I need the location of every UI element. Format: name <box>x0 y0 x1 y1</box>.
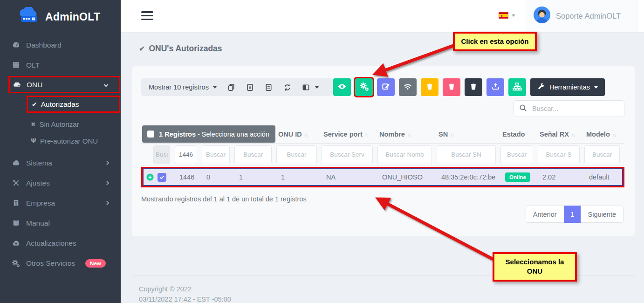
filter-input-id[interactable] <box>175 145 197 164</box>
eye-icon <box>337 82 347 93</box>
cell-sn: 48:35:2e:0c:72:be <box>439 173 503 181</box>
sitemap-icon <box>513 82 522 93</box>
filter-input-estado[interactable] <box>500 145 533 164</box>
selected-count: 1 Registros <box>159 131 196 138</box>
table-search <box>514 100 624 117</box>
sidebar-item-label: Manual <box>26 219 50 227</box>
annotation-note-click-option: Click en esta opción <box>453 32 537 51</box>
cell-senal-rx: 2.02 <box>540 173 587 181</box>
x-icon: ✖ <box>31 121 35 128</box>
table-header-row: ONU ID↑↓ Service port↑↓ Nombre↑↓ SN↑↓ Es… <box>141 125 624 144</box>
chevron-down-icon <box>594 86 598 89</box>
building-icon <box>12 199 20 207</box>
bulk-action-label: - Selecciona una acción <box>198 131 269 138</box>
status-badge: Online <box>505 172 530 182</box>
sort-icon: ↑↓ <box>571 132 575 138</box>
search-input[interactable] <box>531 104 619 113</box>
chevron-down-icon <box>104 83 109 87</box>
sidebar-item-onu[interactable]: ONU <box>8 76 120 93</box>
chevron-down-icon <box>512 14 515 17</box>
filter-input[interactable] <box>234 145 272 164</box>
sidebar-item-pre-autorizar[interactable]: Ψ Pre-autorizar ONU <box>0 132 121 149</box>
expand-row-icon[interactable] <box>146 173 156 181</box>
filter-input-select <box>153 145 170 164</box>
column-header-estado[interactable]: Estado <box>500 131 538 138</box>
sidebar-item-empresa[interactable]: Empresa <box>0 193 121 213</box>
filter-input-nombre[interactable] <box>377 145 432 164</box>
delete-danger-button[interactable] <box>443 78 460 96</box>
filter-input-sn[interactable] <box>437 145 496 164</box>
sort-icon: ↑↓ <box>304 132 308 138</box>
sidebar-item-manual[interactable]: Manual <box>0 213 121 233</box>
pagination-page-1[interactable]: 1 <box>564 206 581 223</box>
pagination-next[interactable]: Siguiente <box>581 206 623 223</box>
column-header-sn[interactable]: SN↑↓ <box>437 131 500 138</box>
sidebar-item-label: Actualizaciones <box>26 239 76 248</box>
page-title: ✔ ONU's Autorizadas <box>139 44 222 54</box>
view-button[interactable] <box>333 78 351 96</box>
chevron-right-icon <box>105 181 110 186</box>
user-menu[interactable]: Soporte AdminOLT <box>526 0 637 32</box>
sidebar-item-olt[interactable]: OLT <box>0 55 121 75</box>
check-icon: ✔ <box>32 101 37 108</box>
menu-toggle-button[interactable] <box>141 11 153 22</box>
sidebar-item-label: Sistema <box>26 159 52 167</box>
filter-input-onu-id[interactable] <box>276 145 317 164</box>
column-header-modelo[interactable]: Modelo↑↓ <box>584 131 624 138</box>
configure-button[interactable] <box>355 78 373 96</box>
sidebar-item-sistema[interactable]: Sistema <box>0 153 121 173</box>
column-visibility-button[interactable] <box>302 83 319 91</box>
network-button[interactable] <box>508 78 526 96</box>
sort-icon: ↑↓ <box>407 132 411 138</box>
trash-icon <box>447 83 456 92</box>
filter-input-modelo[interactable] <box>584 145 620 164</box>
sidebar-item-dashboard[interactable]: Dashboard <box>0 35 121 55</box>
sidebar-item-autorizadas[interactable]: ✔ Autorizadas <box>27 96 120 113</box>
column-header-onu-id[interactable]: ONU ID↑↓ <box>276 131 322 138</box>
row-checkbox[interactable] <box>158 173 166 182</box>
edit-button[interactable] <box>377 78 395 96</box>
sort-icon: ↑↓ <box>612 132 616 138</box>
filter-input-service-port[interactable] <box>322 145 373 164</box>
sort-icon: ↑↓ <box>365 132 369 138</box>
sidebar-item-label: Dashboard <box>26 41 62 49</box>
pagination-prev[interactable]: Anterior <box>526 206 564 223</box>
refresh-button[interactable] <box>283 83 291 91</box>
wifi-button[interactable] <box>399 78 417 96</box>
upload-button[interactable] <box>486 78 504 96</box>
app-logo[interactable]: AdminOLT <box>0 0 121 31</box>
sidebar-item-ajustes[interactable]: Ajustes <box>0 173 121 193</box>
check-icon: ✔ <box>139 44 145 53</box>
language-selector[interactable] <box>499 12 515 19</box>
sidebar-item-actualizaciones[interactable]: Actualizaciones <box>0 233 121 253</box>
wrench-icon <box>537 83 545 92</box>
column-header-nombre[interactable]: Nombre↑↓ <box>377 131 437 138</box>
onu-icon <box>13 81 21 89</box>
sidebar-item-label: OLT <box>26 61 40 69</box>
action-buttons: Herramientas <box>333 78 605 96</box>
delete-warning-button[interactable] <box>421 78 438 96</box>
table-filter-row <box>141 144 624 166</box>
column-header-service-port[interactable]: Service port↑↓ <box>322 131 377 138</box>
file-export-button[interactable] <box>265 83 273 91</box>
filter-input-senal[interactable] <box>538 145 580 164</box>
page-length-select[interactable]: Mostrar 10 registros <box>149 83 217 91</box>
sidebar-item-otros-servicios[interactable]: Otros Servicios New <box>0 253 121 273</box>
herramientas-dropdown[interactable]: Herramientas <box>530 78 605 96</box>
column-header-senal-rx[interactable]: Señal RX↑↓ <box>538 131 584 138</box>
cell-estado: Online <box>503 172 540 182</box>
excel-export-button[interactable] <box>246 83 254 91</box>
sidebar-item-sin-autorizar[interactable]: ✖ Sin Autorizar <box>0 116 121 132</box>
table-row[interactable]: 1446 0 1 1 NA ONU_HIOSO 48:35:2e:0c:72:b… <box>143 168 623 186</box>
cell: 1 <box>237 173 279 181</box>
adminolt-app: AdminOLT Dashboard OLT ONU <box>0 0 644 303</box>
delete-dark-button[interactable] <box>465 78 482 96</box>
sidebar-item-label: Sin Autorizar <box>39 120 79 128</box>
logo-text: AdminOLT <box>45 11 100 23</box>
filter-input[interactable] <box>202 145 230 164</box>
cell: 0 <box>204 173 237 181</box>
dashboard-icon <box>12 41 20 49</box>
copy-button[interactable] <box>227 83 235 91</box>
select-all-checkbox[interactable] <box>147 131 154 138</box>
bulk-action-dropdown[interactable]: 1 Registros - Selecciona una acción <box>142 125 275 143</box>
